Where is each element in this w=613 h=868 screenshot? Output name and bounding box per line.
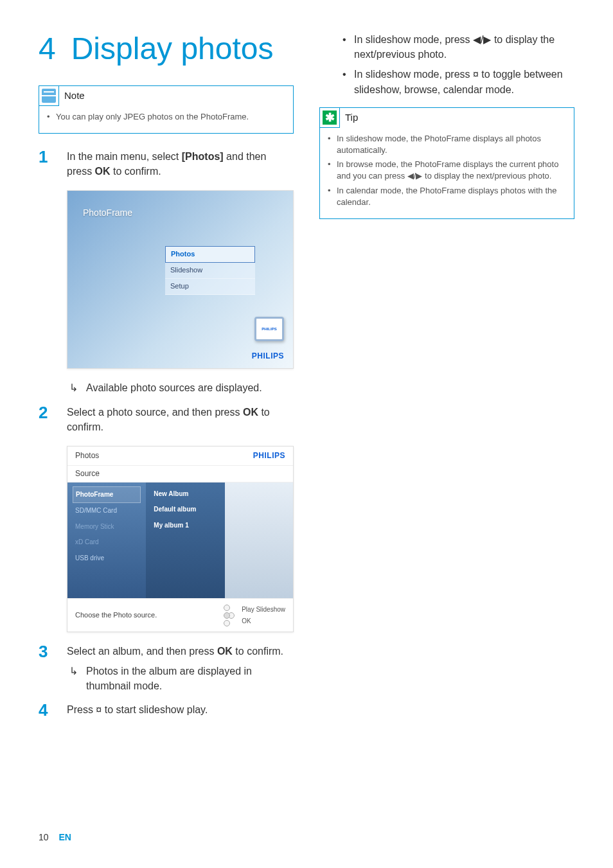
ss1-brand-logo: PHILIPS [252,351,284,362]
note-callout: Note You can play only JPEG photos on th… [39,85,294,134]
step-number: 2 [39,401,48,425]
note-icon [39,85,59,106]
ss2-ctrl-play: Play Slideshow [242,605,285,615]
tip-item: In calendar mode, the PhotoFrame display… [328,185,566,208]
step-number: 4 [39,698,48,723]
tip-callout: ✱ Tip In slideshow mode, the PhotoFrame … [319,107,574,219]
ss2-src-photoframe[interactable]: PhotoFrame [73,486,141,504]
ss2-source-list: PhotoFrame SD/MMC Card Memory Stick xD C… [67,483,146,598]
chapter-title: Display photos [71,31,274,66]
ss1-device-brand: PHILIPS [262,326,276,332]
ss2-title: Photos [75,450,99,461]
step-2: 2 Select a photo source, and then press … [39,405,294,632]
language-code: EN [58,832,71,842]
step-number: 3 [39,640,48,664]
ss1-menu: Photos Slideshow Setup [165,246,255,295]
step-bold: [Photos] [182,151,224,162]
bullet-text: In slideshow mode, press [354,69,473,80]
step-1-result: Available photo sources are displayed. [67,380,294,395]
screenshot-source: Photos PHILIPS Source PhotoFrame SD/MMC … [67,446,294,632]
step-4: 4 Press ¤ to start slideshow play. [39,702,294,717]
step-3-result: Photos in the album are displayed in thu… [67,664,294,693]
ss2-controls: Play Slideshow OK [216,605,285,626]
ss2-brand-logo: PHILIPS [253,450,285,461]
screenshot-main-menu: PhotoFrame Photos Slideshow Setup PHILIP… [67,190,294,369]
step-3: 3 Select an album, and then press OK to … [39,644,294,694]
step-text: Select an album, and then press [67,646,217,657]
step-text: to confirm. [111,166,161,177]
ss2-album-list: New Album Default album My album 1 [146,483,224,598]
ss2-subtitle: Source [67,466,293,483]
ss2-src-xd[interactable]: xD Card [73,535,141,551]
slideshow-icon: ¤ [96,704,102,715]
step-number: 1 [39,145,48,170]
ss2-dpad-icon [216,605,238,626]
step-bold: OK [243,407,258,418]
chapter-number: 4 [39,31,56,66]
ss2-ctrl-ok: OK [242,617,285,626]
ss1-device-icon: PHILIPS [254,317,284,341]
step-text: In the main menu, select [67,151,182,162]
step-bold: OK [95,166,111,177]
tip-item: In slideshow mode, the PhotoFrame displa… [328,133,566,156]
ss2-src-sdmmc[interactable]: SD/MMC Card [73,503,141,519]
bullet-text: In slideshow mode, press [354,34,473,45]
note-label: Note [64,86,85,105]
ss2-src-mstick[interactable]: Memory Stick [73,519,141,535]
right-bullet-2: In slideshow mode, press ¤ to toggle bet… [319,67,574,96]
ss1-menu-setup[interactable]: Setup [165,279,255,295]
step-1: 1 In the main menu, select [Photos] and … [39,149,294,396]
left-right-arrows-icon: ◀/▶ [473,34,491,45]
ss2-src-usb[interactable]: USB drive [73,551,141,567]
step-text: Press [67,704,96,715]
ss1-menu-photos[interactable]: Photos [165,246,255,263]
page-footer: 10 EN [39,832,71,842]
ss2-hint: Choose the Photo source. [75,610,157,621]
step-bold: OK [217,646,233,657]
right-bullet-list: In slideshow mode, press ◀/▶ to display … [319,32,574,97]
tip-icon: ✱ [319,107,340,128]
ss2-album-new[interactable]: New Album [151,486,219,502]
note-item: You can play only JPEG photos on the Pho… [47,111,285,123]
step-text: to confirm. [233,646,283,657]
page-number: 10 [39,832,49,842]
step-text: Select a photo source, and then press [67,407,243,418]
ss2-preview-pane [225,483,293,598]
slideshow-icon: ¤ [473,69,479,80]
ss1-app-title: PhotoFrame [83,206,132,219]
right-bullet-1: In slideshow mode, press ◀/▶ to display … [319,32,574,62]
ss1-menu-slideshow[interactable]: Slideshow [165,263,255,279]
chapter-heading: 4Display photos [39,32,294,66]
tip-label: Tip [345,108,358,127]
tip-item: In browse mode, the PhotoFrame displays … [328,159,566,182]
ss2-album-default[interactable]: Default album [151,502,219,518]
ss2-album-my1[interactable]: My album 1 [151,518,219,534]
step-text: to start slideshow play. [102,704,208,715]
